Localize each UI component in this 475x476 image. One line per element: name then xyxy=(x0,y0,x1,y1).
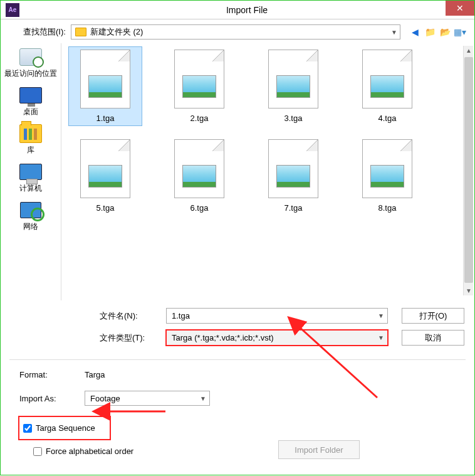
file-item[interactable]: 6.tga xyxy=(163,137,236,215)
sidebar-item-label: 计算机 xyxy=(19,183,42,194)
file-item[interactable]: 2.tga xyxy=(163,47,236,125)
places-sidebar: 最近访问的位置 桌面 库 计算机 网络 xyxy=(1,43,61,300)
sidebar-item-desktop[interactable]: 桌面 xyxy=(18,84,43,117)
sidebar-item-label: 桌面 xyxy=(23,107,38,117)
scrollbar-thumb[interactable] xyxy=(464,57,473,283)
location-combo[interactable]: 新建文件夹 (2) ▼ xyxy=(71,24,400,40)
filetype-value: Targa (*.tga;*.vda;*.icb;*.vst) xyxy=(172,333,274,342)
sidebar-item-network[interactable]: 网络 xyxy=(18,199,43,232)
close-button[interactable]: ✕ xyxy=(446,1,474,16)
recent-icon xyxy=(19,48,42,66)
file-thumbnail xyxy=(268,50,318,108)
sidebar-item-label: 库 xyxy=(27,145,34,156)
file-name: 5.tga xyxy=(97,203,115,213)
view-menu-icon[interactable]: ▦▾ xyxy=(454,26,466,38)
file-thumbnail xyxy=(80,139,130,198)
format-value: Targa xyxy=(85,370,105,379)
filetype-label: 文件类型(T): xyxy=(100,332,157,344)
new-folder-icon[interactable]: 📂 xyxy=(439,26,451,38)
force-alpha-label: Force alphabetical order xyxy=(46,447,133,456)
sequence-highlight-box: Targa Sequence xyxy=(19,417,110,439)
scroll-down-icon[interactable]: ▼ xyxy=(466,287,472,294)
up-icon[interactable]: 📁 xyxy=(424,26,436,38)
desktop-icon xyxy=(19,87,42,103)
filetype-combo[interactable]: Targa (*.tga;*.vda;*.icb;*.vst) ▼ xyxy=(166,330,388,346)
file-name: 2.tga xyxy=(191,114,209,123)
filename-value: 1.tga xyxy=(172,311,190,320)
app-icon: Ae xyxy=(6,3,19,17)
sidebar-item-libraries[interactable]: 库 xyxy=(18,122,43,156)
filename-label: 文件名(N): xyxy=(100,310,157,322)
targa-sequence-checkbox[interactable] xyxy=(23,424,32,433)
file-thumbnail xyxy=(362,139,412,198)
chevron-down-icon: ▼ xyxy=(378,334,384,341)
title-bar: Ae Import File ✕ xyxy=(1,1,474,19)
force-alpha-checkbox[interactable] xyxy=(33,447,42,456)
file-thumbnail xyxy=(362,50,412,108)
back-icon[interactable]: ◀ xyxy=(409,26,420,38)
import-folder-button: Import Folder xyxy=(278,440,360,459)
computer-icon xyxy=(19,164,42,180)
importas-combo[interactable]: Footage ▼ xyxy=(85,391,210,406)
file-list-area[interactable]: 1.tga2.tga3.tga4.tga5.tga6.tga7.tga8.tga… xyxy=(61,43,474,300)
file-thumbnail xyxy=(174,139,224,198)
file-name: 1.tga xyxy=(97,114,115,123)
sidebar-item-computer[interactable]: 计算机 xyxy=(18,161,43,194)
filename-combo[interactable]: 1.tga ▼ xyxy=(166,308,388,324)
chevron-down-icon: ▼ xyxy=(391,29,397,36)
file-name: 4.tga xyxy=(378,114,397,123)
file-thumbnail xyxy=(174,50,224,108)
chevron-down-icon: ▼ xyxy=(378,312,384,319)
file-thumbnail xyxy=(268,139,318,198)
file-item[interactable]: 8.tga xyxy=(351,137,424,215)
scroll-up-icon[interactable]: ▲ xyxy=(466,47,472,54)
file-item[interactable]: 1.tga xyxy=(69,47,142,125)
file-item[interactable]: 5.tga xyxy=(69,137,142,215)
sidebar-item-label: 网络 xyxy=(23,221,38,232)
chevron-down-icon: ▼ xyxy=(200,395,206,402)
importas-value: Footage xyxy=(90,394,120,403)
file-name: 8.tga xyxy=(378,203,397,213)
sequence-label: Targa Sequence xyxy=(36,423,95,433)
network-icon xyxy=(20,202,41,218)
file-name: 7.tga xyxy=(284,203,303,213)
location-toolbar: 查找范围(I): 新建文件夹 (2) ▼ ◀ 📁 📂 ▦▾ xyxy=(1,19,474,43)
file-item[interactable]: 7.tga xyxy=(257,137,330,215)
cancel-button[interactable]: 取消 xyxy=(402,330,464,346)
file-name: 3.tga xyxy=(284,114,303,123)
location-text: 新建文件夹 (2) xyxy=(90,26,144,38)
folder-icon xyxy=(75,28,86,36)
format-label: Format: xyxy=(19,370,85,379)
window-title: Import File xyxy=(19,5,474,15)
sidebar-item-label: 最近访问的位置 xyxy=(4,68,57,79)
library-icon xyxy=(19,124,42,143)
file-item[interactable]: 4.tga xyxy=(351,47,424,125)
file-item[interactable]: 3.tga xyxy=(257,47,330,125)
importas-label: Import As: xyxy=(19,394,85,403)
sidebar-item-recent[interactable]: 最近访问的位置 xyxy=(4,46,57,79)
lookin-label: 查找范围(I): xyxy=(23,26,66,38)
open-button[interactable]: 打开(O) xyxy=(402,308,464,324)
vertical-scrollbar[interactable]: ▲ ▼ xyxy=(463,46,473,295)
file-thumbnail xyxy=(80,50,130,108)
file-name: 6.tga xyxy=(191,203,209,213)
